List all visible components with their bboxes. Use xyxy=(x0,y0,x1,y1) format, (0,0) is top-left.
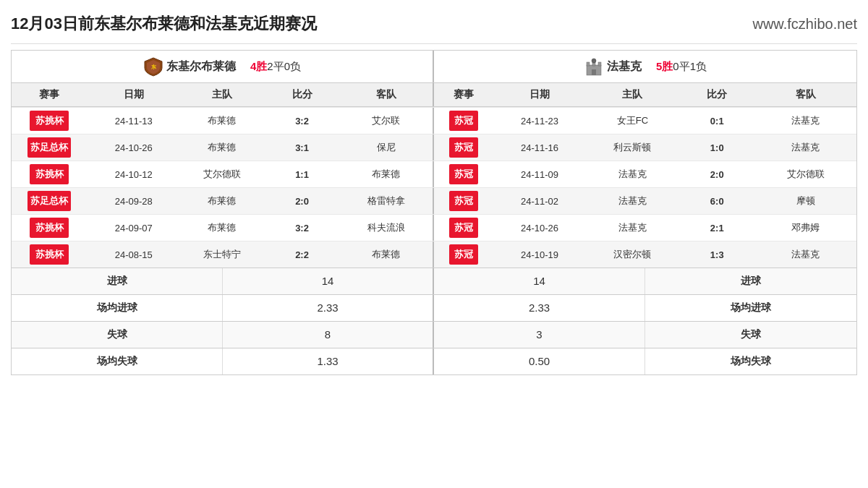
right-date: 24-11-23 xyxy=(493,110,586,132)
right-col-home: 主队 xyxy=(586,83,678,106)
left-goals-label: 进球 xyxy=(12,268,223,294)
right-team-header: 法基克 5胜0平1负 xyxy=(434,51,856,82)
table-row: 苏足总杯 24-09-28 布莱德 2:0 格雷特拿 苏冠 24-11-02 法… xyxy=(12,187,856,214)
left-competition: 苏挑杯 xyxy=(12,108,88,134)
right-away: 邓弗姆 xyxy=(755,215,856,240)
right-avg-goals-value: 2.33 xyxy=(434,295,645,321)
svg-rect-2 xyxy=(587,62,590,66)
left-away: 保尼 xyxy=(340,135,433,160)
right-score: 6:0 xyxy=(679,190,755,213)
avg-goals-row: 场均进球 2.33 2.33 场均进球 xyxy=(12,294,856,321)
right-score: 2:0 xyxy=(679,163,755,186)
svg-rect-4 xyxy=(598,62,601,66)
left-competition: 苏挑杯 xyxy=(12,241,88,267)
left-half-row: 苏挑杯 24-09-07 布莱德 3:2 科夫流浪 xyxy=(12,215,434,241)
right-conceded-value: 3 xyxy=(434,322,645,348)
right-goals-value: 14 xyxy=(434,268,645,294)
left-away: 艾尔联 xyxy=(340,108,433,133)
left-competition: 苏挑杯 xyxy=(12,161,88,187)
main-container: 东 东基尔布莱德 4胜2平0负 法基克 5胜0 xyxy=(11,50,857,375)
right-col-date: 日期 xyxy=(493,83,586,106)
left-avg-goals-label: 场均进球 xyxy=(12,295,223,321)
left-home: 布莱德 xyxy=(180,215,264,240)
right-competition: 苏冠 xyxy=(434,241,493,267)
left-score: 3:2 xyxy=(264,110,340,132)
left-date: 24-09-07 xyxy=(88,217,180,239)
left-score: 3:2 xyxy=(264,217,340,239)
left-home: 东士特宁 xyxy=(180,242,264,267)
right-competition: 苏冠 xyxy=(434,108,493,134)
left-team-record: 4胜2平0负 xyxy=(250,60,301,74)
left-goals-value: 14 xyxy=(223,268,434,294)
left-date: 24-09-28 xyxy=(88,190,180,213)
right-score: 2:1 xyxy=(679,217,755,239)
left-team-name: 东基尔布莱德 xyxy=(166,59,236,74)
left-away: 布莱德 xyxy=(340,242,433,267)
right-competition: 苏冠 xyxy=(434,161,493,187)
svg-rect-5 xyxy=(592,69,596,75)
col-headers-row: 赛事 日期 主队 比分 客队 赛事 日期 主队 比分 客队 xyxy=(12,83,856,107)
left-col-away: 客队 xyxy=(340,83,433,106)
left-date: 24-10-26 xyxy=(88,137,180,159)
page-title: 12月03日前东基尔布莱德和法基克近期赛况 xyxy=(11,13,317,35)
right-avg-conceded-value: 0.50 xyxy=(434,348,645,374)
right-goals-label: 进球 xyxy=(645,268,856,294)
right-col-headers: 赛事 日期 主队 比分 客队 xyxy=(434,83,856,106)
left-date: 24-08-15 xyxy=(88,244,180,266)
left-avg-conceded-value: 1.33 xyxy=(223,348,434,374)
right-home: 法基克 xyxy=(586,189,678,213)
right-col-score: 比分 xyxy=(679,83,755,106)
left-competition: 苏足总杯 xyxy=(12,134,88,160)
left-col-home: 主队 xyxy=(180,83,264,106)
team-headers-row: 东 东基尔布莱德 4胜2平0负 法基克 5胜0 xyxy=(12,51,856,83)
right-away: 法基克 xyxy=(755,135,856,160)
left-home: 布莱德 xyxy=(180,189,264,213)
left-date: 24-11-13 xyxy=(88,110,180,132)
right-col-match: 赛事 xyxy=(434,83,493,106)
left-score: 2:0 xyxy=(264,190,340,213)
right-competition: 苏冠 xyxy=(434,188,493,214)
left-avg-goals-value: 2.33 xyxy=(223,295,434,321)
left-home: 布莱德 xyxy=(180,108,264,133)
right-home: 女王FC xyxy=(586,108,678,133)
left-score: 3:1 xyxy=(264,137,340,159)
page-wrapper: 12月03日前东基尔布莱德和法基克近期赛况 www.fczhibo.net 东 … xyxy=(0,0,868,382)
left-conceded-label: 失球 xyxy=(12,322,223,348)
right-team-record: 5胜0平1负 xyxy=(656,60,707,74)
right-home: 利云斯顿 xyxy=(586,135,678,160)
right-away: 摩顿 xyxy=(755,189,856,213)
right-date: 24-10-19 xyxy=(493,244,586,266)
table-row: 苏挑杯 24-11-13 布莱德 3:2 艾尔联 苏冠 24-11-23 女王F… xyxy=(12,107,856,134)
right-competition: 苏冠 xyxy=(434,215,493,241)
right-team-name: 法基克 xyxy=(607,59,642,74)
right-away: 法基克 xyxy=(755,242,856,267)
left-half-row: 苏挑杯 24-10-12 艾尔德联 1:1 布莱德 xyxy=(12,161,434,187)
right-date: 24-11-02 xyxy=(493,190,586,213)
table-row: 苏挑杯 24-09-07 布莱德 3:2 科夫流浪 苏冠 24-10-26 法基… xyxy=(12,214,856,241)
left-away: 科夫流浪 xyxy=(340,215,433,240)
left-team-header: 东 东基尔布莱德 4胜2平0负 xyxy=(12,51,434,82)
table-row: 苏挑杯 24-08-15 东士特宁 2:2 布莱德 苏冠 24-10-19 汉密… xyxy=(12,241,856,267)
goals-row: 进球 14 14 进球 xyxy=(12,267,856,294)
right-half-row: 苏冠 24-10-26 法基克 2:1 邓弗姆 xyxy=(434,215,856,241)
right-away: 法基克 xyxy=(755,108,856,133)
right-home: 汉密尔顿 xyxy=(586,242,678,267)
data-rows-container: 苏挑杯 24-11-13 布莱德 3:2 艾尔联 苏冠 24-11-23 女王F… xyxy=(12,107,856,267)
left-score: 1:1 xyxy=(264,163,340,186)
top-header: 12月03日前东基尔布莱德和法基克近期赛况 www.fczhibo.net xyxy=(11,7,857,44)
right-conceded-label: 失球 xyxy=(645,322,856,348)
right-home: 法基克 xyxy=(586,215,678,240)
left-col-score: 比分 xyxy=(264,83,340,106)
right-avg-goals-label: 场均进球 xyxy=(645,295,856,321)
right-competition: 苏冠 xyxy=(434,134,493,160)
right-home: 法基克 xyxy=(586,162,678,187)
table-row: 苏足总杯 24-10-26 布莱德 3:1 保尼 苏冠 24-11-16 利云斯… xyxy=(12,134,856,160)
left-half-row: 苏足总杯 24-10-26 布莱德 3:1 保尼 xyxy=(12,134,434,160)
left-competition: 苏挑杯 xyxy=(12,215,88,241)
left-col-date: 日期 xyxy=(88,83,180,106)
right-half-row: 苏冠 24-10-19 汉密尔顿 1:3 法基克 xyxy=(434,241,856,267)
castle-icon xyxy=(584,56,604,77)
left-half-row: 苏挑杯 24-11-13 布莱德 3:2 艾尔联 xyxy=(12,108,434,134)
left-home: 艾尔德联 xyxy=(180,162,264,187)
left-half-row: 苏挑杯 24-08-15 东士特宁 2:2 布莱德 xyxy=(12,241,434,267)
